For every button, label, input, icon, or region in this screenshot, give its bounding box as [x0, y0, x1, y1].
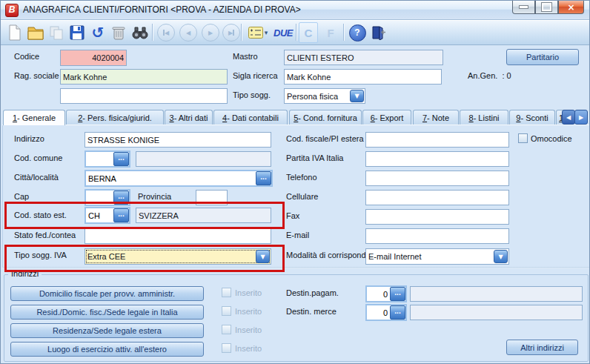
view-list-button[interactable]: ▾	[245, 23, 271, 42]
copy-button	[47, 23, 66, 42]
cod-stato-est-input[interactable]	[86, 208, 113, 222]
inserito-checkbox-3	[222, 325, 231, 334]
partitario-button[interactable]: Partitario	[506, 49, 579, 65]
open-button[interactable]	[26, 23, 45, 42]
cod-fiscale-input[interactable]	[365, 132, 509, 148]
telefono-input[interactable]	[365, 171, 509, 186]
close-button[interactable]: ×	[558, 1, 584, 14]
undo-button[interactable]: ↺	[88, 23, 107, 42]
tab-note[interactable]: 7 - Note	[413, 110, 459, 125]
altri-indirizzi-button[interactable]: Altri indirizzi	[506, 340, 578, 355]
tab-altri-dati[interactable]: 3 - Altri dati	[165, 110, 213, 125]
help-icon: ?	[349, 24, 366, 42]
telefono-label: Telefono	[286, 173, 317, 182]
partita-iva-input[interactable]	[365, 151, 509, 167]
tab-dati-contabili[interactable]: 4 - Dati contabili	[213, 110, 288, 125]
save-button[interactable]	[67, 23, 87, 42]
new-document-button[interactable]	[5, 23, 24, 42]
tab-cond-fornitura[interactable]: 5 - Cond. fornitura	[289, 110, 362, 125]
tipo-sogg-label: Tipo sogg.	[233, 90, 271, 99]
luogo-esercizio-estero-button[interactable]: Luogo di esercizio attiv. all'estero	[10, 342, 204, 357]
destin-pagam-lookup-icon[interactable]: ...	[390, 287, 405, 301]
tipo-sogg-select[interactable]: Persona fisica ▼	[284, 88, 365, 104]
cellulare-input[interactable]	[365, 190, 509, 205]
find-button[interactable]	[130, 23, 150, 42]
provincia-input[interactable]	[196, 190, 228, 205]
tab-export[interactable]: 6 - Export	[362, 110, 411, 125]
tab-pers-fisica-giurid[interactable]: 2 - Pers. fisica/giurid.	[66, 110, 164, 125]
maximize-button[interactable]	[535, 1, 558, 14]
citta-lookup-icon[interactable]: ...	[256, 171, 271, 185]
nav-next-button: ▶	[201, 23, 220, 42]
minimize-button[interactable]	[512, 1, 535, 14]
destin-merce-lookup-icon[interactable]: ...	[390, 305, 405, 320]
app-logo-icon: B	[5, 4, 19, 17]
due-icon: DUE	[274, 27, 293, 39]
omocodice-label: Omocodice	[531, 134, 572, 143]
fax-input[interactable]	[365, 209, 509, 225]
nav-prev-icon: ◀	[179, 24, 197, 42]
modalita-corrispond-select[interactable]: E-mail Internet ▼	[365, 248, 509, 265]
destin-pagam-desc-field	[410, 286, 583, 302]
destin-pagam-input[interactable]	[367, 287, 390, 301]
delete-button[interactable]	[109, 23, 128, 42]
tab-scroll-left-button[interactable]: ◀	[562, 110, 575, 125]
undo-icon: ↺	[92, 25, 105, 40]
help-button[interactable]: ?	[348, 23, 367, 42]
toolbar-separator	[241, 24, 242, 41]
exit-button[interactable]	[368, 23, 388, 42]
toolbar: ↺ ◀ ◀ ▶ ▶ ▾ DUE C	[1, 20, 589, 45]
email-label: E-mail	[286, 231, 309, 239]
cod-comune-lookup-icon[interactable]: ...	[113, 152, 129, 166]
nav-last-icon: ▶	[222, 24, 240, 42]
nav-next-icon: ▶	[202, 24, 219, 42]
cod-stato-est-lookup-icon[interactable]: ...	[113, 208, 129, 222]
citta-input[interactable]	[86, 171, 256, 185]
exit-door-icon	[370, 25, 386, 40]
tab-scroll-right-button[interactable]: ▶	[574, 110, 588, 125]
partita-iva-label: Partita IVA Italia	[286, 153, 343, 162]
nav-prev-button: ◀	[179, 23, 198, 42]
panel-top-line	[2, 125, 589, 125]
clienti-mode-button[interactable]: C	[299, 23, 318, 42]
inserito-label-4: Inserito	[235, 344, 262, 353]
rag-sociale-2-input[interactable]	[60, 88, 228, 104]
stato-fed-input[interactable]	[84, 228, 271, 244]
cap-lookup-icon[interactable]: ...	[113, 191, 129, 205]
codice-input[interactable]	[60, 50, 127, 66]
residenza-estera-button[interactable]: Residenza/Sede legale estera	[10, 323, 204, 338]
mastro-label: Mastro	[233, 52, 258, 61]
cod-comune-control: ...	[84, 150, 130, 168]
combo-arrow-icon[interactable]: ▼	[256, 250, 270, 263]
email-input[interactable]	[365, 228, 509, 244]
indirizzo-input[interactable]	[84, 132, 271, 148]
fornitori-mode-button: F	[321, 23, 340, 42]
due-button[interactable]: DUE	[274, 23, 293, 42]
letter-f-icon: F	[327, 27, 334, 39]
tab-listini[interactable]: 8 - Listini	[460, 110, 508, 125]
window-title: ANAGRAFICA CLIENTI/FORNITORI <PROVA - AZ…	[23, 4, 301, 15]
tab-sconti[interactable]: 9 - Sconti	[509, 110, 555, 125]
nav-first-button: ◀	[156, 23, 176, 42]
open-folder-icon	[27, 25, 44, 40]
tipo-sogg-iva-label: Tipo sogg. IVA	[14, 251, 67, 259]
domicilio-fiscale-button[interactable]: Domicilio fiscale per provv. amministr.	[10, 286, 204, 301]
destin-merce-desc-field	[410, 305, 583, 320]
cap-input[interactable]	[86, 191, 113, 205]
provincia-label: Provincia	[138, 192, 171, 201]
destin-merce-input[interactable]	[367, 305, 390, 320]
cellulare-label: Cellulare	[286, 192, 318, 201]
residenza-italia-button[interactable]: Resid./Domic. fisc./Sede legale in Itali…	[10, 305, 204, 320]
cap-control: ...	[84, 189, 130, 206]
toolbar-separator	[152, 24, 153, 41]
cod-comune-input[interactable]	[86, 152, 113, 166]
rag-sociale-input[interactable]	[60, 69, 228, 85]
app-window: B ANAGRAFICA CLIENTI/FORNITORI <PROVA - …	[0, 0, 590, 364]
tab-generale[interactable]: 1 - Generale	[3, 110, 65, 125]
copy-icon	[49, 25, 64, 40]
sigla-ricerca-input[interactable]	[284, 69, 442, 85]
tipo-sogg-iva-select[interactable]: Extra CEE ▼	[84, 248, 271, 265]
combo-arrow-icon[interactable]: ▼	[350, 90, 364, 102]
omocodice-checkbox[interactable]	[518, 133, 528, 143]
combo-arrow-icon[interactable]: ▼	[494, 250, 508, 263]
